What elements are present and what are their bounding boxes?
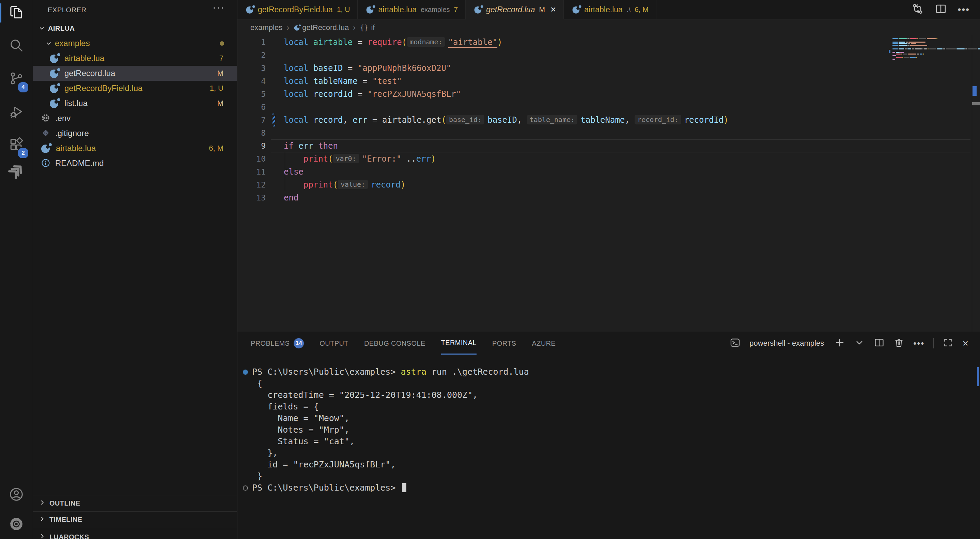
editor-tab-bar: getRecordByField.lua1, Uairtable.luaexam…: [237, 0, 980, 19]
open-changes-icon[interactable]: [912, 3, 924, 16]
minimap-line: [903, 54, 907, 54]
inlay-hint: table_name:: [527, 115, 578, 124]
terminal-line: id = "recPZxJUNA5qsfBLr",: [252, 459, 396, 470]
panel-tab-label: PROBLEMS: [251, 340, 290, 348]
panel-tab-output[interactable]: OUTPUT: [320, 332, 348, 354]
tab-airtable-lua[interactable]: airtable.luaexamples7: [358, 0, 466, 19]
code-line: local airtable = require(modname:"airtab…: [284, 36, 503, 49]
code-token: ): [497, 38, 502, 47]
code-token: require: [368, 38, 402, 47]
tree-item-airtable-lua[interactable]: airtable.lua7: [33, 51, 237, 66]
minimap-line: [908, 41, 926, 43]
tree-item-examples[interactable]: examples: [33, 36, 237, 51]
code-token: ,: [625, 115, 635, 125]
terminal-line: }: [252, 470, 262, 482]
maximize-icon[interactable]: [943, 337, 953, 349]
terminal-instance-label[interactable]: powershell - examples: [749, 339, 824, 348]
terminal-text: createdTime = "2025-12-20T19:41:08.000Z"…: [252, 390, 477, 400]
code-line: pprint(value:record): [284, 178, 405, 191]
section-timeline[interactable]: TIMELINE: [33, 511, 237, 528]
activity-item-source-control[interactable]: 4: [0, 66, 33, 92]
breadcrumb-item[interactable]: getRecord.lua: [302, 23, 349, 32]
close-icon[interactable]: ×: [962, 338, 969, 348]
code-token: local: [284, 77, 313, 86]
activity-item-run-debug[interactable]: [0, 100, 33, 126]
tree-item--gitignore[interactable]: .gitignore: [33, 126, 237, 141]
current-line-highlight: [271, 139, 970, 152]
git-problems-badge: M: [217, 69, 223, 78]
breadcrumb-separator: ›: [286, 23, 289, 32]
tab-getrecord-lua[interactable]: getRecord.luaM×: [466, 0, 564, 19]
ellipsis-icon[interactable]: •••: [913, 338, 924, 349]
panel-tab-problems[interactable]: PROBLEMS14: [251, 332, 304, 354]
overview-ruler[interactable]: [972, 35, 980, 332]
terminal-line: },: [252, 447, 278, 459]
split-icon[interactable]: [935, 3, 947, 16]
code-token: (: [328, 154, 333, 164]
line-number: 2: [237, 49, 266, 62]
code-token: print: [304, 154, 328, 164]
line-number: 10: [237, 152, 266, 165]
plus-icon[interactable]: [834, 337, 845, 349]
tree-item-airtable-lua[interactable]: airtable.lua6, M: [33, 141, 237, 156]
minimap-line: [915, 48, 922, 49]
chevron-down-icon: [38, 24, 46, 32]
minimap-line: [920, 54, 923, 54]
code-editor[interactable]: 1local airtable = require(modname:"airta…: [237, 35, 980, 332]
explorer-more-actions-icon[interactable]: ···: [213, 2, 225, 13]
terminal-text: Notes = "Mrp",: [252, 425, 350, 435]
panel-tab-azure[interactable]: AZURE: [532, 332, 556, 354]
tree-item-readme-md[interactable]: README.md: [33, 156, 237, 171]
tab-label: getRecordByField.lua: [258, 5, 333, 14]
terminal-text: astra: [401, 367, 426, 377]
code-token: err: [416, 154, 431, 164]
tree-item-getrecordbyfield-lua[interactable]: getRecordByField.lua1, U: [33, 81, 237, 96]
tree-item-getrecord-lua[interactable]: getRecord.luaM: [33, 66, 237, 81]
split-icon[interactable]: [874, 337, 885, 349]
tab-description: examples: [421, 6, 450, 14]
terminal-text: PS C:\Users\Public\examples>: [252, 367, 401, 377]
minimap-line: [907, 38, 910, 39]
explorer-sidebar: EXPLORER ··· AIRLUAexamplesairtable.lua7…: [33, 0, 237, 539]
section-outline[interactable]: OUTLINE: [33, 495, 237, 511]
code-token: get: [426, 115, 441, 125]
activity-item-search[interactable]: [0, 33, 33, 59]
bottom-panel: PROBLEMS14OUTPUTDEBUG CONSOLETERMINALPOR…: [237, 332, 980, 539]
minimap-line: [937, 48, 943, 49]
tree-item-list-lua[interactable]: list.luaM: [33, 96, 237, 111]
panel-tab-terminal[interactable]: TERMINAL: [441, 332, 477, 354]
chevron-down-icon[interactable]: [854, 337, 865, 349]
activity-item-chevrons[interactable]: [0, 158, 33, 185]
terminal-scrollbar-decoration[interactable]: [977, 367, 979, 386]
lua-file-icon: [474, 5, 484, 14]
code-token: [284, 154, 304, 164]
section-luarocks[interactable]: LUAROCKS: [33, 529, 237, 539]
tree-item--env[interactable]: .env: [33, 111, 237, 126]
tree-item-label: AIRLUA: [48, 24, 75, 32]
panel-tab-debug-console[interactable]: DEBUG CONSOLE: [364, 332, 425, 354]
activity-item-account[interactable]: [0, 482, 33, 508]
tree-item-airlua[interactable]: AIRLUA: [33, 21, 237, 36]
close-icon[interactable]: ×: [550, 5, 556, 14]
tab-airtable-lua[interactable]: airtable.lua.\6, M: [564, 0, 656, 19]
breadcrumb-item[interactable]: examples: [250, 23, 282, 32]
section-label: OUTLINE: [49, 499, 80, 507]
account-icon: [9, 487, 24, 503]
ellipsis-icon[interactable]: •••: [958, 4, 970, 15]
minimap-line: [905, 48, 907, 49]
breadcrumb-separator: ›: [353, 23, 356, 32]
minimap[interactable]: [892, 38, 971, 79]
breadcrumb-item[interactable]: if: [371, 23, 375, 32]
trash-icon[interactable]: [894, 337, 904, 349]
code-token: else: [284, 167, 304, 177]
minimap-line: [899, 43, 907, 44]
activity-item-extensions[interactable]: 2: [0, 132, 33, 158]
activity-item-explorer[interactable]: [0, 0, 33, 26]
minimap-line: [943, 48, 945, 49]
minimap-line: [899, 45, 907, 46]
panel-tab-ports[interactable]: PORTS: [492, 332, 516, 354]
git-problems-badge: 1, U: [210, 84, 223, 93]
activity-item-settings[interactable]: [0, 512, 33, 537]
tab-getrecordbyfield-lua[interactable]: getRecordByField.lua1, U: [237, 0, 358, 19]
minimap-line: [896, 54, 900, 54]
